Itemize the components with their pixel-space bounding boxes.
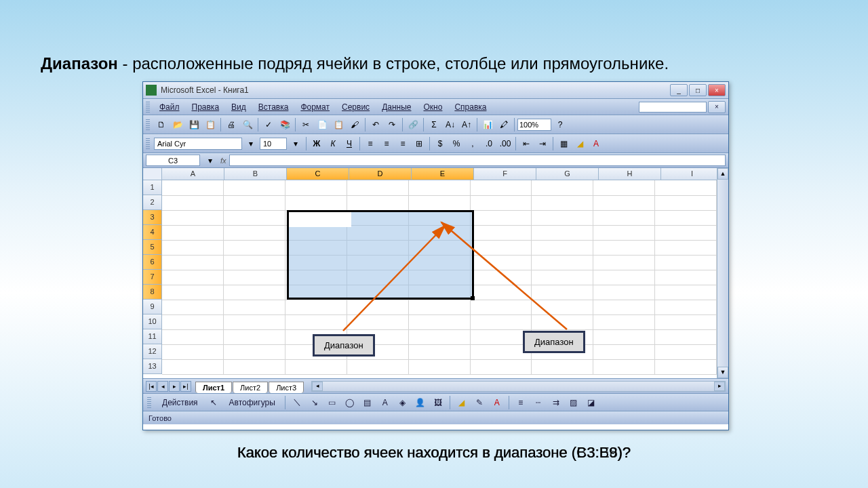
cell[interactable] <box>162 314 224 329</box>
cell[interactable] <box>655 210 717 225</box>
cell[interactable] <box>470 240 532 255</box>
row-header[interactable]: 10 <box>143 314 162 329</box>
cell[interactable] <box>470 195 532 210</box>
row-header[interactable]: 7 <box>143 270 162 285</box>
cell[interactable] <box>532 240 593 255</box>
rectangle-icon[interactable]: ▭ <box>325 395 340 410</box>
cell[interactable] <box>593 344 655 359</box>
increase-decimal-icon[interactable]: .0 <box>481 136 496 151</box>
row-header[interactable]: 6 <box>143 255 162 270</box>
dropdown-icon[interactable]: ▾ <box>243 136 258 151</box>
dropdown-icon[interactable]: ▾ <box>288 136 303 151</box>
increase-indent-icon[interactable]: ⇥ <box>535 136 550 151</box>
minimize-button[interactable]: _ <box>670 84 688 96</box>
formula-bar[interactable] <box>229 155 726 166</box>
italic-button[interactable]: К <box>326 136 340 151</box>
cell[interactable] <box>285 300 347 314</box>
cell[interactable] <box>285 270 347 285</box>
cell[interactable] <box>655 180 717 195</box>
cell[interactable] <box>470 180 532 195</box>
paste-icon[interactable]: 📋 <box>331 117 346 132</box>
cell[interactable] <box>593 225 655 240</box>
cell[interactable] <box>285 210 347 225</box>
row-header[interactable]: 12 <box>143 344 162 359</box>
cell[interactable] <box>593 270 655 285</box>
scroll-up-icon[interactable]: ▲ <box>717 168 728 180</box>
oval-icon[interactable]: ◯ <box>342 395 357 410</box>
cell[interactable] <box>470 255 532 270</box>
cell[interactable] <box>347 225 408 240</box>
cell[interactable] <box>162 240 224 255</box>
cell[interactable] <box>285 180 347 195</box>
redo-icon[interactable]: ↷ <box>384 117 399 132</box>
cell[interactable] <box>408 240 470 255</box>
cell[interactable] <box>162 225 224 240</box>
cell[interactable] <box>655 285 717 300</box>
cell[interactable] <box>408 270 470 285</box>
bold-button[interactable]: Ж <box>309 136 324 151</box>
tab-prev-icon[interactable]: ◂ <box>157 381 168 392</box>
row-header[interactable]: 2 <box>143 195 162 210</box>
cell[interactable] <box>532 359 593 374</box>
open-icon[interactable]: 📂 <box>170 117 185 132</box>
grip-icon[interactable] <box>147 397 151 408</box>
cell[interactable] <box>224 344 285 359</box>
line-style-icon[interactable]: ≡ <box>513 395 528 410</box>
cell[interactable] <box>470 359 532 374</box>
fill-color-icon[interactable]: ◢ <box>572 136 587 151</box>
cell[interactable] <box>285 255 347 270</box>
menu-window[interactable]: Окно <box>418 101 448 113</box>
merge-icon[interactable]: ⊞ <box>412 136 427 151</box>
cell[interactable] <box>470 225 532 240</box>
cell[interactable] <box>655 300 717 314</box>
row-header[interactable]: 8 <box>143 285 162 300</box>
menu-format[interactable]: Формат <box>295 101 335 113</box>
maximize-button[interactable]: □ <box>689 84 707 96</box>
menu-help[interactable]: Справка <box>449 101 492 113</box>
cell[interactable] <box>224 255 285 270</box>
cell[interactable] <box>593 180 655 195</box>
research-icon[interactable]: 📚 <box>277 117 292 132</box>
tab-last-icon[interactable]: ▸| <box>180 381 191 392</box>
cell[interactable] <box>593 240 655 255</box>
row-header[interactable]: 11 <box>143 329 162 344</box>
autosum-icon[interactable]: Σ <box>427 117 441 132</box>
cell[interactable] <box>532 180 593 195</box>
cell[interactable] <box>347 195 408 210</box>
cell[interactable] <box>532 195 593 210</box>
menu-data[interactable]: Данные <box>376 101 416 113</box>
cell[interactable] <box>408 195 470 210</box>
3d-icon[interactable]: ◪ <box>584 395 599 410</box>
menu-file[interactable]: Файл <box>154 101 185 113</box>
hyperlink-icon[interactable]: 🔗 <box>406 117 420 132</box>
cell[interactable] <box>224 359 285 374</box>
zoom-dropdown[interactable]: 100% <box>517 119 551 131</box>
row-header[interactable]: 1 <box>143 180 162 195</box>
cut-icon[interactable]: ✂ <box>298 117 313 132</box>
cell[interactable] <box>593 195 655 210</box>
drawing-icon[interactable]: 🖍 <box>496 117 511 132</box>
cell[interactable] <box>162 195 224 210</box>
cell[interactable] <box>470 210 532 225</box>
line-icon[interactable]: ＼ <box>290 395 304 410</box>
column-header[interactable]: C <box>287 168 349 180</box>
align-left-icon[interactable]: ≡ <box>363 136 378 151</box>
copy-icon[interactable]: 📄 <box>315 117 330 132</box>
column-header[interactable]: D <box>349 168 412 180</box>
new-icon[interactable]: 🗋 <box>154 117 169 132</box>
cell[interactable] <box>347 240 408 255</box>
cell[interactable] <box>655 225 717 240</box>
sort-desc-icon[interactable]: A↑ <box>459 117 474 132</box>
cell[interactable] <box>285 240 347 255</box>
cell[interactable] <box>162 255 224 270</box>
cell[interactable] <box>532 270 593 285</box>
cell[interactable] <box>655 359 717 374</box>
format-painter-icon[interactable]: 🖌 <box>347 117 362 132</box>
cell[interactable] <box>532 255 593 270</box>
cell[interactable] <box>285 285 347 300</box>
cell[interactable] <box>285 225 347 240</box>
row-header[interactable]: 5 <box>143 240 162 255</box>
cell[interactable] <box>224 300 285 314</box>
column-header[interactable]: I <box>661 168 724 180</box>
cell[interactable] <box>532 210 593 225</box>
